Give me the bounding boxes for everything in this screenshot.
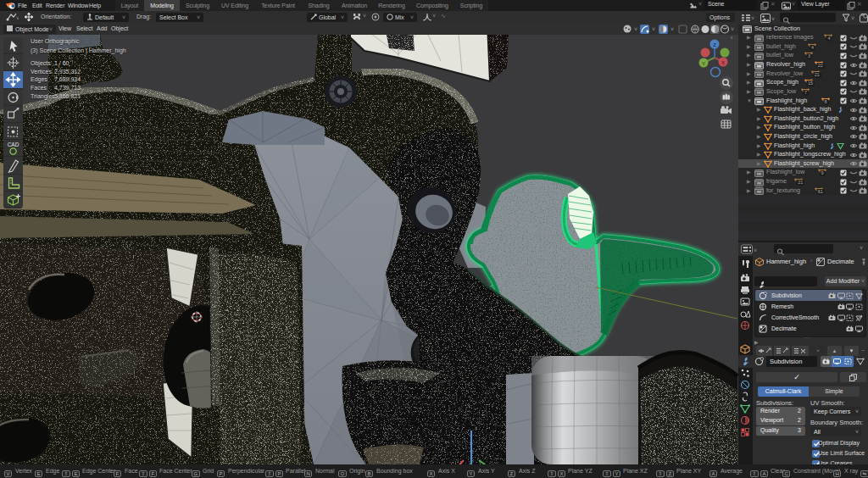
- svg-text:Y: Y: [702, 61, 705, 66]
- svg-text:CAD: CAD: [8, 142, 19, 147]
- svg-text:˅: ˅: [16, 15, 19, 21]
- svg-text:X: X: [721, 60, 725, 65]
- svg-text:˅: ˅: [731, 26, 734, 32]
- svg-text:˅: ˅: [754, 247, 757, 253]
- svg-text:˅: ˅: [851, 15, 854, 21]
- svg-text:˅: ˅: [670, 26, 674, 32]
- svg-text:˅: ˅: [652, 26, 655, 32]
- svg-text:˅: ˅: [771, 16, 775, 22]
- svg-text:˅: ˅: [634, 26, 637, 32]
- svg-text:˅: ˅: [751, 15, 754, 21]
- svg-text:Z: Z: [713, 42, 716, 47]
